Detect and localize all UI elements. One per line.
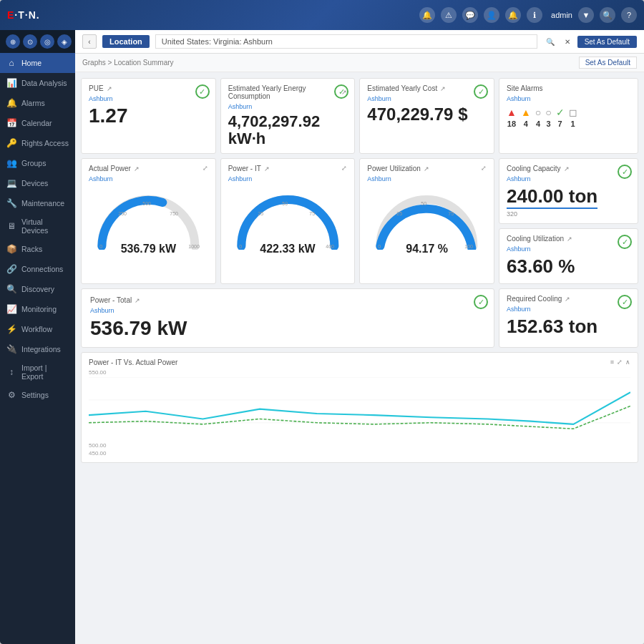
sidebar-icon-3[interactable]: ◎	[40, 34, 54, 49]
cooling-capacity-subtitle: Ashburn	[507, 175, 630, 182]
power-total-info-icon[interactable]: ↗	[135, 297, 140, 304]
sidebar-item-discovery[interactable]: 🔍 Discovery	[0, 279, 75, 299]
sidebar-label-maintenance: Maintenance	[21, 199, 64, 208]
sidebar-item-alarms[interactable]: 🔔 Alarms	[0, 93, 75, 113]
location-tag[interactable]: Location	[102, 35, 150, 48]
chart-title: Power - IT Vs. Actual Power	[89, 358, 177, 366]
yearly-cost-info-icon[interactable]: ↗	[440, 85, 446, 92]
location-clear-icon[interactable]: ✕	[562, 36, 573, 47]
power-total-card: Power - Total ↗ ✓ Ashburn 536.79 kW	[81, 288, 494, 348]
bell-icon[interactable]: 🔔	[505, 7, 521, 23]
metrics-row-3: Power - Total ↗ ✓ Ashburn 536.79 kW Requ	[81, 288, 638, 348]
messages-icon[interactable]: 💬	[462, 7, 478, 23]
chart-close-icon[interactable]: ∧	[625, 358, 630, 366]
sidebar-item-data-analysis[interactable]: 📊 Data Analysis	[0, 73, 75, 93]
set-default-button[interactable]: Set As Default	[577, 36, 637, 48]
sidebar: ⊕ ⊙ ◎ ◈ ⌂ Home 📊 Data Analysis 🔔 Alarms …	[0, 30, 75, 644]
pue-info-icon[interactable]: ↗	[107, 85, 112, 92]
alarm-ok-icon: ✓	[556, 107, 565, 118]
actual-power-info-icon[interactable]: ↗	[134, 165, 140, 172]
search-icon[interactable]: 🔍	[600, 7, 615, 23]
alarm-unknown: ◻ 1	[569, 107, 577, 128]
svg-text:75: 75	[449, 211, 454, 216]
power-utilization-gauge: 0 25 50 75 100 94.17 %	[367, 185, 487, 255]
chart-y-450: 450.00	[89, 450, 630, 457]
alarm-icons-row: ▲ 18 ▲ 4 ○ 4 ○	[507, 107, 630, 128]
sidebar-item-workflow[interactable]: ⚡ Workflow	[0, 319, 75, 339]
sidebar-item-virtual-devices[interactable]: 🖥 Virtual Devices	[0, 213, 75, 239]
power-utilization-subtitle: Ashburn	[367, 175, 487, 182]
alarms-icon: 🔔	[6, 97, 17, 109]
location-nav: ‹	[82, 34, 97, 49]
sidebar-label-import-export: Import | Export	[21, 364, 69, 381]
breadcrumb-set-default-btn[interactable]: Set As Default	[579, 57, 637, 69]
cooling-utilization-card: Cooling Utilization ↗ ✓ Ashburn 63.60 %	[499, 228, 638, 284]
power-it-info-icon[interactable]: ↗	[264, 165, 270, 172]
notifications-icon[interactable]: 🔔	[419, 7, 435, 23]
location-bar: ‹ Location 🔍 ✕ Set As Default	[75, 30, 644, 54]
actual-power-expand-icon[interactable]: ⤢	[203, 165, 208, 172]
alerts-icon[interactable]: ⚠	[441, 7, 457, 23]
sidebar-item-maintenance[interactable]: 🔧 Maintenance	[0, 193, 75, 213]
sidebar-item-settings[interactable]: ⚙ Settings	[0, 385, 75, 405]
sidebar-item-rights-access[interactable]: 🔑 Rights Access	[0, 133, 75, 153]
sidebar-item-monitoring[interactable]: 📈 Monitoring	[0, 299, 75, 319]
dropdown-icon[interactable]: ▼	[578, 7, 594, 23]
sidebar-icon-4[interactable]: ◈	[57, 34, 72, 49]
cooling-capacity-info-icon[interactable]: ↗	[564, 165, 570, 172]
required-cooling-title: Required Cooling ↗	[507, 295, 570, 303]
info-icon[interactable]: ℹ	[527, 7, 542, 23]
cooling-stack: Cooling Capacity ↗ ✓ Ashburn 240.00 ton …	[499, 158, 638, 284]
svg-text:500: 500	[142, 201, 151, 206]
topbar: E·T·N. 🔔 ⚠ 💬 👤 🔔 ℹ admin ▼ 🔍 ?	[0, 0, 644, 30]
required-cooling-info-icon[interactable]: ↗	[565, 296, 570, 303]
sidebar-item-calendar[interactable]: 📅 Calendar	[0, 113, 75, 133]
sidebar-item-import-export[interactable]: ↕ Import | Export	[0, 359, 75, 385]
svg-text:0: 0	[99, 244, 102, 249]
sidebar-icon-1[interactable]: ⊕	[6, 34, 20, 49]
pue-subtitle: Ashburn	[89, 95, 208, 102]
required-cooling-card: Required Cooling ↗ ✓ Ashburn 152.63 ton	[499, 288, 638, 348]
groups-icon: 👥	[6, 157, 17, 169]
user-icon[interactable]: 👤	[484, 7, 499, 23]
yearly-energy-card: Estimated Yearly Energy Consumption ↗ ✓ …	[220, 78, 356, 154]
sidebar-item-integrations[interactable]: 🔌 Integrations	[0, 339, 75, 359]
sidebar-header-icons: ⊕ ⊙ ◎ ◈	[6, 34, 72, 49]
nav-back-btn[interactable]: ‹	[82, 34, 97, 49]
browser-window: E·T·N. 🔔 ⚠ 💬 👤 🔔 ℹ admin ▼ 🔍 ? ⊕ ⊙ ◎ ◈	[0, 0, 644, 644]
alarm-unknown-icon: ◻	[569, 107, 577, 118]
power-utilization-info-icon[interactable]: ↗	[424, 165, 429, 172]
chart-expand-icon[interactable]: ⤢	[617, 358, 623, 366]
power-it-gauge-svg: 0 25 50 75 400	[228, 185, 348, 250]
power-total-subtitle: Ashburn	[90, 307, 485, 314]
site-alarms-title: Site Alarms	[507, 84, 543, 92]
chart-line-icon[interactable]: ≡	[610, 358, 614, 366]
sidebar-item-home[interactable]: ⌂ Home	[0, 53, 75, 73]
location-input[interactable]	[155, 34, 537, 49]
sidebar-label-alarms: Alarms	[21, 99, 45, 107]
yearly-cost-subtitle: Ashburn	[367, 95, 487, 102]
pue-check-icon: ✓	[195, 84, 210, 99]
sidebar-item-groups[interactable]: 👥 Groups	[0, 153, 75, 173]
power-utilization-value: 94.17 %	[406, 243, 448, 255]
power-utilization-expand-icon[interactable]: ⤢	[481, 165, 487, 172]
sidebar-icon-2[interactable]: ⊙	[23, 34, 37, 49]
power-it-title: Power - IT ↗	[228, 165, 270, 172]
yearly-energy-subtitle: Ashburn	[228, 103, 348, 110]
sidebar-item-racks[interactable]: 📦 Racks	[0, 239, 75, 259]
calendar-icon: 📅	[6, 117, 17, 129]
yearly-cost-check-icon: ✓	[474, 84, 488, 99]
power-total-check-icon: ✓	[474, 295, 488, 309]
sidebar-item-devices[interactable]: 💻 Devices	[0, 173, 75, 193]
cooling-utilization-subtitle: Ashburn	[507, 245, 630, 253]
location-search-icon[interactable]: 🔍	[543, 36, 557, 47]
sidebar-label-data-analysis: Data Analysis	[21, 79, 67, 87]
yearly-cost-title: Estimated Yearly Cost ↗	[367, 84, 446, 92]
svg-text:50: 50	[421, 201, 427, 206]
alarm-warning: ▲ 4	[521, 107, 531, 128]
power-it-expand-icon[interactable]: ⤢	[341, 165, 347, 172]
cooling-utilization-info-icon[interactable]: ↗	[567, 235, 572, 243]
svg-text:750: 750	[170, 211, 178, 216]
help-icon[interactable]: ?	[621, 7, 637, 23]
sidebar-item-connections[interactable]: 🔗 Connections	[0, 259, 75, 279]
